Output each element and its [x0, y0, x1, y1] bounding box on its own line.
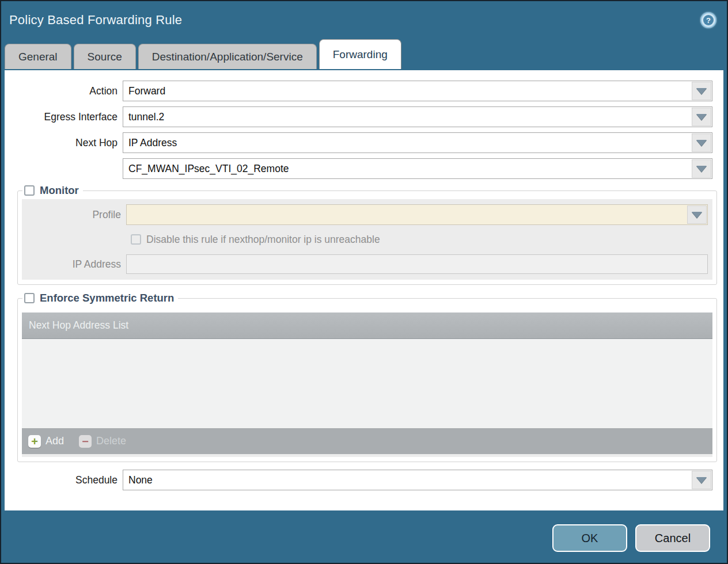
dialog-titlebar: Policy Based Forwarding Rule ?	[1, 1, 727, 39]
delete-button: − Delete	[79, 435, 126, 448]
egress-interface-dropdown-button[interactable]	[692, 108, 711, 126]
next-hop-label: Next Hop	[5, 137, 123, 149]
chevron-down-icon	[692, 212, 702, 218]
symmetric-return-checkbox[interactable]	[24, 293, 35, 303]
disable-rule-label: Disable this rule if nexthop/monitor ip …	[146, 234, 380, 246]
monitor-fieldset: Monitor Profile Disable this rule if nex…	[17, 184, 717, 285]
dialog-button-bar: OK Cancel	[1, 510, 727, 563]
next-hop-type-dropdown[interactable]: IP Address	[123, 132, 712, 153]
tab-bar: General Source Destination/Application/S…	[1, 39, 727, 69]
egress-interface-dropdown[interactable]: tunnel.2	[123, 106, 712, 127]
next-hop-address-value: CF_MWAN_IPsec_VTI_02_Remote	[123, 159, 691, 178]
pbf-rule-dialog: Policy Based Forwarding Rule ? General S…	[1, 1, 727, 563]
help-icon[interactable]: ?	[700, 12, 716, 28]
tab-destination-application-service[interactable]: Destination/Application/Service	[138, 44, 317, 69]
schedule-row: Schedule None	[5, 470, 712, 490]
schedule-dropdown[interactable]: None	[123, 470, 712, 490]
action-dropdown-button[interactable]	[692, 82, 711, 100]
monitor-ip-address-label: IP Address	[22, 258, 126, 270]
action-label: Action	[5, 85, 123, 97]
monitor-profile-dropdown-button	[687, 205, 707, 224]
egress-interface-value: tunnel.2	[123, 107, 691, 127]
monitor-legend: Monitor	[22, 184, 83, 197]
plus-icon: +	[28, 435, 41, 448]
disable-rule-checkbox	[131, 234, 141, 245]
chevron-down-icon	[696, 166, 707, 172]
chevron-down-icon	[696, 114, 707, 120]
monitor-ip-address-row: IP Address	[22, 254, 708, 275]
add-button[interactable]: + Add	[28, 435, 64, 448]
monitor-profile-label: Profile	[22, 209, 126, 221]
tab-content-forwarding: Action Forward Egress Interface tunnel.2…	[5, 70, 723, 510]
next-hop-address-table: Next Hop Address List + Add − Delete	[22, 313, 712, 457]
chevron-down-icon	[696, 88, 707, 94]
next-hop-type-value: IP Address	[123, 133, 691, 153]
ok-button[interactable]: OK	[552, 524, 627, 552]
action-value: Forward	[123, 81, 691, 101]
symmetric-return-legend-label: Enforce Symmetric Return	[40, 292, 174, 304]
next-hop-address-dropdown[interactable]: CF_MWAN_IPsec_VTI_02_Remote	[123, 158, 712, 179]
next-hop-address-list-header: Next Hop Address List	[22, 313, 712, 339]
monitor-legend-label: Monitor	[40, 184, 79, 197]
next-hop-address-dropdown-button[interactable]	[692, 159, 711, 178]
monitor-checkbox[interactable]	[24, 185, 35, 196]
tab-source[interactable]: Source	[74, 44, 136, 69]
schedule-value: None	[123, 470, 691, 490]
next-hop-address-row: CF_MWAN_IPsec_VTI_02_Remote	[5, 158, 712, 179]
tab-general[interactable]: General	[5, 44, 71, 69]
cancel-button[interactable]: Cancel	[635, 524, 710, 552]
tab-forwarding[interactable]: Forwarding	[319, 39, 401, 69]
monitor-disable-rule-row: Disable this rule if nexthop/monitor ip …	[22, 231, 708, 247]
symmetric-return-fieldset: Enforce Symmetric Return Next Hop Addres…	[17, 292, 717, 462]
schedule-label: Schedule	[5, 474, 123, 486]
table-bottom-strip	[22, 454, 712, 457]
next-hop-address-list-body[interactable]	[22, 339, 712, 428]
delete-button-label: Delete	[96, 435, 126, 447]
monitor-profile-value	[127, 205, 687, 224]
monitor-profile-dropdown	[126, 204, 708, 225]
dialog-title: Policy Based Forwarding Rule	[9, 13, 182, 28]
add-button-label: Add	[46, 435, 64, 447]
egress-interface-label: Egress Interface	[5, 111, 123, 123]
monitor-panel: Profile Disable this rule if nexthop/mon…	[22, 199, 712, 280]
next-hop-row: Next Hop IP Address	[5, 132, 712, 153]
chevron-down-icon	[696, 477, 707, 483]
monitor-profile-row: Profile	[22, 204, 708, 225]
action-dropdown[interactable]: Forward	[123, 81, 712, 101]
question-mark-glyph: ?	[703, 15, 714, 25]
egress-interface-row: Egress Interface tunnel.2	[5, 106, 712, 127]
schedule-dropdown-button[interactable]	[692, 471, 711, 489]
symmetric-return-legend: Enforce Symmetric Return	[22, 292, 178, 304]
next-hop-table-toolbar: + Add − Delete	[22, 428, 712, 454]
next-hop-type-dropdown-button[interactable]	[692, 134, 711, 152]
monitor-ip-address-input	[126, 254, 708, 274]
minus-icon: −	[79, 435, 92, 448]
action-row: Action Forward	[5, 81, 712, 101]
chevron-down-icon	[696, 140, 707, 146]
